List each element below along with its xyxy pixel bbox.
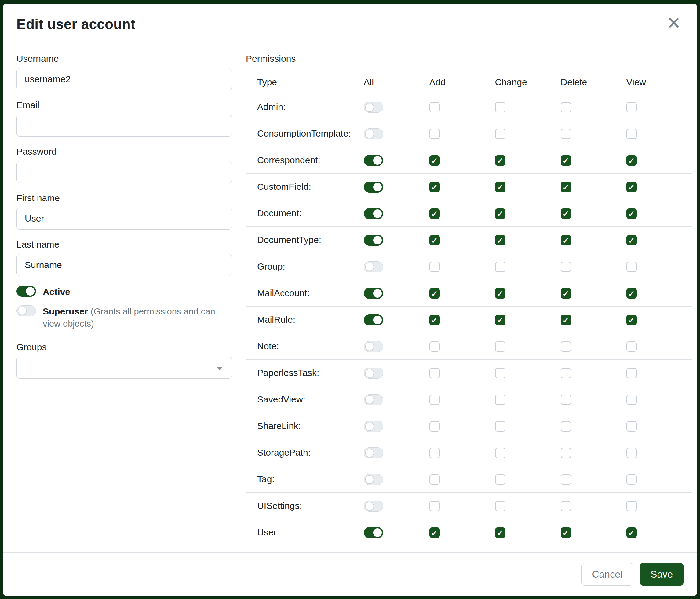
permission-view-checkbox[interactable]: ✓ <box>626 315 637 325</box>
permission-view-checkbox[interactable] <box>626 394 637 405</box>
permission-all-toggle[interactable] <box>364 474 383 485</box>
username-input[interactable] <box>17 68 232 90</box>
permission-view-checkbox[interactable]: ✓ <box>626 182 637 192</box>
permission-view-checkbox[interactable] <box>626 474 637 485</box>
permission-change-checkbox[interactable] <box>495 448 505 458</box>
permission-view-checkbox[interactable] <box>626 421 637 432</box>
permission-all-toggle[interactable] <box>364 155 383 166</box>
last-name-input[interactable] <box>17 254 232 276</box>
permission-delete-checkbox[interactable]: ✓ <box>561 288 571 298</box>
permission-add-checkbox[interactable] <box>429 501 440 511</box>
permission-add-checkbox[interactable] <box>429 368 440 378</box>
first-name-field-group: First name <box>17 193 232 230</box>
permission-all-toggle[interactable] <box>364 394 383 405</box>
permission-view-checkbox[interactable] <box>626 501 637 511</box>
permission-view-checkbox[interactable]: ✓ <box>626 527 637 538</box>
permission-all-toggle[interactable] <box>364 102 383 113</box>
permission-delete-checkbox[interactable] <box>561 474 571 485</box>
permission-change-checkbox[interactable]: ✓ <box>495 182 505 192</box>
permission-view-checkbox[interactable]: ✓ <box>626 209 637 219</box>
permission-change-checkbox[interactable] <box>495 341 505 352</box>
permission-change-checkbox[interactable]: ✓ <box>495 315 505 325</box>
permission-add-checkbox[interactable]: ✓ <box>429 155 440 166</box>
permission-delete-checkbox[interactable]: ✓ <box>561 315 571 325</box>
permission-view-checkbox[interactable]: ✓ <box>626 155 637 166</box>
permission-all-toggle[interactable] <box>364 208 383 219</box>
permission-add-checkbox[interactable] <box>429 474 440 485</box>
permission-change-checkbox[interactable]: ✓ <box>495 209 505 219</box>
email-input[interactable] <box>17 115 232 137</box>
permission-add-checkbox[interactable]: ✓ <box>429 315 440 325</box>
permission-change-checkbox[interactable] <box>495 368 505 378</box>
permission-view-checkbox[interactable] <box>626 448 637 458</box>
permission-add-checkbox[interactable]: ✓ <box>429 182 440 192</box>
permission-all-toggle[interactable] <box>364 368 383 379</box>
permission-change-checkbox[interactable] <box>495 501 505 511</box>
permission-view-checkbox[interactable] <box>626 262 637 272</box>
permission-delete-checkbox[interactable] <box>561 341 571 352</box>
permission-delete-checkbox[interactable] <box>561 394 571 405</box>
permission-all-toggle[interactable] <box>364 182 383 193</box>
permission-delete-checkbox[interactable]: ✓ <box>561 527 571 538</box>
permission-change-checkbox[interactable]: ✓ <box>495 527 505 538</box>
permission-add-checkbox[interactable] <box>429 341 440 352</box>
permission-delete-checkbox[interactable]: ✓ <box>561 182 571 192</box>
permission-view-checkbox[interactable]: ✓ <box>626 235 637 245</box>
permission-delete-checkbox[interactable] <box>561 501 571 511</box>
first-name-input[interactable] <box>17 208 232 230</box>
permission-add-checkbox[interactable]: ✓ <box>429 527 440 538</box>
permission-all-toggle[interactable] <box>364 128 383 139</box>
permission-add-checkbox[interactable] <box>429 129 440 139</box>
permission-delete-checkbox[interactable] <box>561 129 571 139</box>
permission-view-checkbox[interactable] <box>626 129 637 139</box>
permission-change-checkbox[interactable] <box>495 474 505 485</box>
permission-row: User:✓✓✓✓ <box>246 519 692 546</box>
permission-view-checkbox[interactable]: ✓ <box>626 288 637 298</box>
permission-change-checkbox[interactable] <box>495 129 505 139</box>
permission-all-toggle[interactable] <box>364 501 383 511</box>
permission-delete-checkbox[interactable] <box>561 421 571 432</box>
permission-add-checkbox[interactable]: ✓ <box>429 235 440 245</box>
permission-add-checkbox[interactable]: ✓ <box>429 209 440 219</box>
superuser-toggle[interactable] <box>17 305 36 316</box>
permission-change-checkbox[interactable]: ✓ <box>495 288 505 298</box>
permission-delete-checkbox[interactable]: ✓ <box>561 235 571 245</box>
permission-all-toggle[interactable] <box>364 261 383 272</box>
permission-delete-checkbox[interactable] <box>561 102 571 113</box>
permission-add-checkbox[interactable] <box>429 102 440 113</box>
permission-add-checkbox[interactable] <box>429 394 440 405</box>
permission-change-checkbox[interactable]: ✓ <box>495 235 505 245</box>
permission-change-checkbox[interactable] <box>495 394 505 405</box>
permission-change-checkbox[interactable] <box>495 421 505 432</box>
permission-view-checkbox[interactable] <box>626 368 637 378</box>
permission-add-checkbox[interactable]: ✓ <box>429 288 440 298</box>
password-input[interactable] <box>17 161 232 183</box>
permission-change-checkbox[interactable] <box>495 262 505 272</box>
close-icon[interactable]: ✕ <box>664 16 683 30</box>
permission-view-checkbox[interactable] <box>626 341 637 352</box>
permission-change-checkbox[interactable] <box>495 102 505 113</box>
groups-select[interactable] <box>17 357 232 379</box>
save-button[interactable]: Save <box>640 563 683 585</box>
permission-add-checkbox[interactable] <box>429 421 440 432</box>
permission-all-toggle[interactable] <box>364 341 383 352</box>
permission-delete-checkbox[interactable] <box>561 448 571 458</box>
permission-delete-checkbox[interactable]: ✓ <box>561 209 571 219</box>
permission-delete-checkbox[interactable] <box>561 368 571 378</box>
permission-change-checkbox[interactable]: ✓ <box>495 155 505 166</box>
permission-add-checkbox[interactable] <box>429 262 440 272</box>
permission-all-toggle[interactable] <box>364 527 383 538</box>
permission-add-checkbox[interactable] <box>429 448 440 458</box>
permission-all-toggle[interactable] <box>364 421 383 432</box>
permission-view-checkbox[interactable] <box>626 102 637 113</box>
permission-all-toggle[interactable] <box>364 448 383 458</box>
cancel-button[interactable]: Cancel <box>581 563 633 585</box>
superuser-label: Superuser (Grants all permissions and ca… <box>43 305 232 330</box>
permission-all-toggle[interactable] <box>364 235 383 246</box>
permission-delete-checkbox[interactable]: ✓ <box>561 155 571 166</box>
permission-all-toggle[interactable] <box>364 314 383 326</box>
permission-type-label: Tag: <box>246 466 364 493</box>
active-toggle[interactable] <box>17 286 36 297</box>
permission-delete-checkbox[interactable] <box>561 262 571 272</box>
permission-all-toggle[interactable] <box>364 288 383 299</box>
